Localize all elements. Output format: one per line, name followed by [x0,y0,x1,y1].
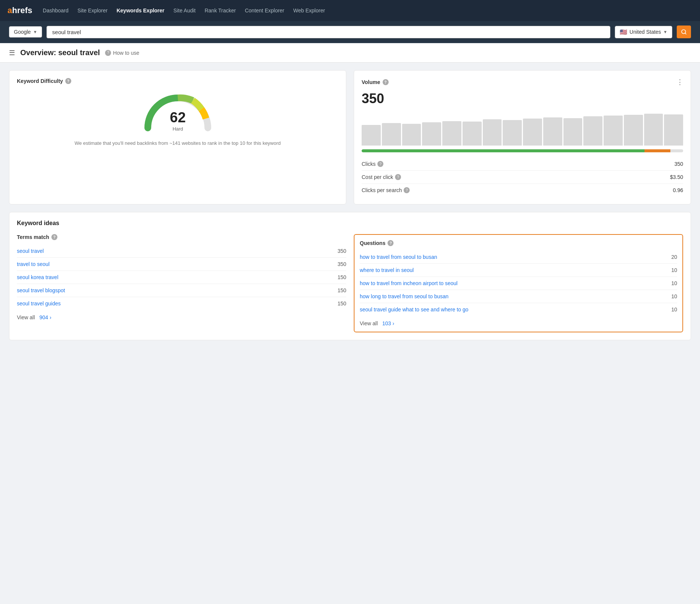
questions-list: how to travel from seoul to busan 20 whe… [360,251,677,316]
progress-bar [362,149,683,152]
clicks-info-icon[interactable]: ? [377,161,383,167]
bar-chart-bar [664,114,683,146]
questions-section: Questions ? how to travel from seoul to … [354,234,683,332]
question-link[interactable]: how to travel from incheon airport to se… [360,280,458,286]
volume-card-header: Volume ? ⋮ [362,78,683,86]
search-engine-selector[interactable]: Google ▼ [9,26,42,38]
nav-keywords-explorer[interactable]: Keywords Explorer [117,8,165,14]
questions-count: 103 [382,320,391,326]
bar-chart-bar [483,119,502,146]
top-navigation: ahrefs Dashboard Site Explorer Keywords … [0,0,700,21]
how-to-use-label: How to use [113,50,139,56]
bar-chart-bar [604,116,623,146]
bar-chart-bar [382,123,401,146]
difficulty-card-header: Keyword Difficulty ? [17,78,338,84]
keyword-link[interactable]: travel to seoul [17,261,50,267]
question-link[interactable]: how to travel from seoul to busan [360,254,437,260]
nav-dashboard[interactable]: Dashboard [43,8,69,14]
keyword-count: 150 [338,287,346,293]
clicks-text: Clicks [362,161,376,167]
metric-clicks-per-search: Clicks per search ? 0.96 [362,184,683,197]
search-button[interactable] [677,26,691,38]
keyword-count: 350 [338,248,346,254]
questions-view-all[interactable]: View all 103 › [360,316,677,326]
difficulty-description: We estimate that you'll need backlinks f… [17,140,338,147]
keyword-count: 150 [338,300,346,307]
cps-label: Clicks per search ? [362,187,410,193]
how-to-use-link[interactable]: ? How to use [105,50,139,56]
bar-chart-bar [362,125,381,146]
terms-match-view-all[interactable]: View all 904 › [17,310,346,320]
progress-orange [644,149,670,152]
terms-match-info-icon[interactable]: ? [51,234,57,240]
hamburger-icon[interactable]: ☰ [9,49,15,57]
question-count: 20 [671,254,677,260]
list-item: seoul travel guides 150 [17,297,346,310]
list-item: seoul travel guide what to see and where… [360,303,677,316]
bar-chart-bar [624,115,643,146]
list-item: how long to travel from seoul to busan 1… [360,290,677,303]
volume-more-icon[interactable]: ⋮ [676,78,683,86]
view-all-label: View all [360,320,378,326]
question-link[interactable]: seoul travel guide what to see and where… [360,307,469,313]
metric-cpc: Cost per click ? $3.50 [362,171,683,184]
search-engine-label: Google [14,29,31,35]
bar-chart-bar [543,117,562,146]
difficulty-info-icon[interactable]: ? [65,78,71,84]
page-title: Overview: seoul travel [20,48,100,57]
keyword-count: 350 [338,261,346,267]
keyword-link[interactable]: seoul travel blogspot [17,287,65,293]
questions-title: Questions ? [360,240,677,246]
nav-links: Dashboard Site Explorer Keywords Explore… [43,8,325,14]
progress-green [362,149,644,152]
cpc-value: $3.50 [670,174,683,180]
country-selector[interactable]: 🇺🇸 United States ▼ [615,26,672,38]
bar-chart-bar [644,114,663,146]
question-link[interactable]: where to travel in seoul [360,267,414,273]
engine-dropdown-arrow: ▼ [33,30,37,34]
questions-info-icon[interactable]: ? [388,240,394,246]
logo[interactable]: ahrefs [8,6,32,15]
view-all-label: View all [17,314,35,320]
keyword-ideas-card: Keyword ideas Terms match ? seoul travel… [9,212,691,340]
view-all-chevron: › [392,320,394,326]
keyword-ideas-grid: Terms match ? seoul travel 350 travel to… [17,234,683,332]
how-to-use-info-icon: ? [105,50,111,56]
question-count: 10 [671,280,677,286]
question-link[interactable]: how long to travel from seoul to busan [360,293,449,299]
bar-chart-bar [422,122,441,146]
list-item: where to travel in seoul 10 [360,264,677,277]
cpc-info-icon[interactable]: ? [395,174,401,180]
volume-number: 350 [362,91,683,107]
questions-label: Questions [360,240,385,246]
volume-card: Volume ? ⋮ 350 Clicks ? 350 [354,70,691,204]
nav-site-audit[interactable]: Site Audit [173,8,195,14]
metrics-list: Clicks ? 350 Cost per click ? $3.50 Clic… [362,158,683,197]
keyword-link[interactable]: seoul korea travel [17,274,59,280]
bar-chart-bar [523,119,542,146]
page-header: ☰ Overview: seoul travel ? How to use [0,43,700,63]
list-item: seoul travel 350 [17,245,346,258]
search-icon [681,29,687,35]
volume-info-icon[interactable]: ? [383,79,389,85]
nav-web-explorer[interactable]: Web Explorer [293,8,325,14]
search-bar: Google ▼ seoul travel 🇺🇸 United States ▼ [0,21,700,43]
view-all-chevron: › [50,314,51,320]
keyword-link[interactable]: seoul travel [17,248,44,254]
cpc-text: Cost per click [362,174,393,180]
difficulty-title: Keyword Difficulty [17,78,63,84]
nav-rank-tracker[interactable]: Rank Tracker [204,8,236,14]
terms-match-section: Terms match ? seoul travel 350 travel to… [17,234,346,332]
country-flag: 🇺🇸 [620,29,627,36]
gauge-chart: 62 Hard [140,89,215,134]
keyword-link[interactable]: seoul travel guides [17,300,61,307]
bar-chart-bar [563,118,583,146]
question-count: 10 [671,267,677,273]
nav-content-explorer[interactable]: Content Explorer [245,8,284,14]
cps-info-icon[interactable]: ? [404,187,410,193]
bar-chart-bar [583,116,602,146]
terms-match-title: Terms match ? [17,234,346,240]
nav-site-explorer[interactable]: Site Explorer [78,8,108,14]
search-input[interactable]: seoul travel [47,26,610,38]
keyword-difficulty-card: Keyword Difficulty ? 62 [9,70,346,204]
